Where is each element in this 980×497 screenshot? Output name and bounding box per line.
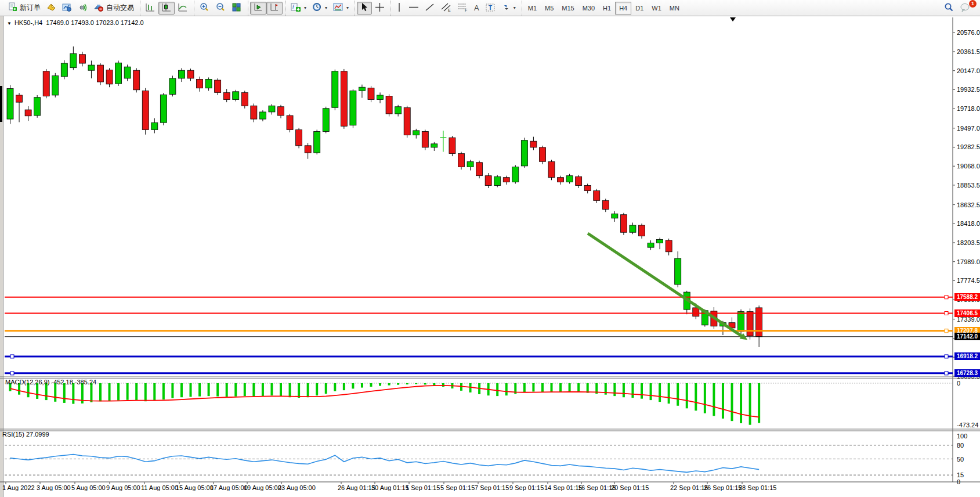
macd-histogram-bar	[406, 383, 408, 384]
candle-body	[115, 63, 122, 84]
tile-windows-button[interactable]	[229, 2, 245, 15]
tf-m15[interactable]: M15	[558, 2, 578, 15]
tf-h4[interactable]: H4	[615, 2, 631, 15]
zoom-out-icon	[215, 2, 226, 14]
candle-chart-button[interactable]	[158, 2, 175, 15]
equidistant-channel-icon: E	[440, 2, 451, 14]
text-tool-button[interactable]: A	[471, 2, 482, 15]
market-watch-button[interactable]	[44, 2, 59, 15]
chart-window: ▼HK50-,H4 17469.0 17493.0 17023.0 17142.…	[0, 16, 980, 497]
price-tick-label: 19282.5	[957, 143, 980, 150]
insert-group: f ▾ ▾ ▾	[285, 1, 353, 16]
auto-scroll-button[interactable]	[250, 2, 266, 15]
candle-body	[404, 107, 410, 135]
chart-shift-button[interactable]	[266, 2, 283, 15]
macd-histogram-bar	[316, 383, 318, 395]
chart-title: ▼HK50-,H4 17469.0 17493.0 17023.0 17142.…	[7, 19, 144, 26]
line-handle[interactable]	[945, 372, 948, 375]
periods-button[interactable]: ▾	[309, 2, 330, 15]
main-toolbar: 新订单 自动交易	[0, 0, 980, 16]
chart-shift-marker[interactable]	[730, 17, 736, 21]
indicators-icon: f	[291, 2, 301, 13]
line-handle[interactable]	[945, 311, 948, 315]
candle-body	[413, 131, 420, 135]
tf-m5[interactable]: M5	[541, 2, 558, 15]
line-handle[interactable]	[945, 296, 948, 299]
line-handle[interactable]	[945, 355, 948, 358]
macd-histogram-bar	[198, 383, 201, 397]
cursor-arrow-icon	[360, 2, 369, 14]
zoom-out-button[interactable]	[212, 2, 229, 15]
macd-histogram-bar	[109, 383, 111, 401]
tf-m30[interactable]: M30	[578, 2, 599, 15]
macd-histogram-bar	[740, 383, 742, 423]
cursor-button[interactable]	[357, 2, 372, 15]
templates-button[interactable]: ▾	[330, 2, 352, 15]
time-tick-label: 14 Sep 01:15	[544, 484, 582, 491]
indicators-button[interactable]: f ▾	[288, 2, 309, 15]
line-handle[interactable]	[945, 329, 948, 333]
macd-histogram-bar	[370, 383, 373, 387]
collapse-triangle-icon[interactable]: ▼	[7, 21, 12, 26]
text-label-tool-button[interactable]: T	[482, 2, 498, 15]
notifications-button[interactable]: 1	[957, 2, 973, 15]
candle-body	[16, 95, 23, 102]
candle-body	[494, 177, 501, 185]
time-tick-label: 23 Aug 05:00	[278, 484, 316, 491]
fibonacci-icon: F	[457, 2, 468, 14]
candle-body	[233, 92, 239, 100]
line-chart-button[interactable]	[175, 2, 191, 15]
tf-w1[interactable]: W1	[648, 2, 666, 15]
candle-body	[458, 154, 465, 167]
candle-body	[395, 107, 402, 114]
rsi-indicator-label: RSI(15) 27.0999	[2, 431, 49, 438]
macd-histogram-bar	[226, 383, 228, 397]
trendline-tool-button[interactable]	[422, 2, 437, 15]
price-tick-label: 18203.5	[957, 239, 980, 246]
macd-histogram-bar	[631, 383, 634, 398]
candle-body	[386, 96, 392, 113]
line-handle[interactable]	[10, 355, 14, 358]
macd-histogram-bar	[90, 383, 92, 402]
autotrade-button[interactable]: 自动交易	[91, 2, 137, 15]
trend-arrow[interactable]	[588, 233, 743, 337]
macd-histogram-bar	[659, 383, 661, 402]
macd-histogram-bar	[270, 383, 273, 395]
tf-h1[interactable]: H1	[599, 2, 615, 15]
line-handle[interactable]	[10, 372, 14, 375]
candle-body	[332, 71, 338, 108]
candle-body	[133, 70, 140, 90]
fibonacci-tool-button[interactable]: F	[454, 2, 471, 15]
time-tick-label: 11 Aug 05:00	[141, 484, 178, 491]
publish-button[interactable]	[59, 2, 75, 15]
crosshair-button[interactable]	[372, 2, 388, 15]
macd-histogram-bar	[334, 383, 336, 391]
hline-tool-button[interactable]	[406, 2, 422, 15]
new-order-button[interactable]: 新订单	[5, 2, 44, 15]
bar-chart-button[interactable]	[142, 2, 158, 15]
gold-icon	[46, 3, 56, 13]
zoom-in-button[interactable]	[196, 2, 212, 15]
indicators-dropdown-arrow: ▾	[304, 5, 306, 10]
candle-body	[278, 107, 284, 116]
candle-body	[548, 161, 555, 177]
tf-m1[interactable]: M1	[524, 2, 541, 15]
channel-tool-button[interactable]: E	[437, 2, 454, 15]
search-button[interactable]	[941, 2, 957, 15]
sound-button[interactable]	[75, 2, 91, 15]
crosshair-icon	[375, 2, 385, 14]
macd-histogram-bar	[162, 383, 165, 399]
tf-d1[interactable]: D1	[631, 2, 648, 15]
macd-histogram-bar	[262, 383, 264, 396]
price-label-16918.2: 16918.2	[954, 352, 980, 360]
arrows-icon	[501, 2, 511, 13]
macd-histogram-bar	[379, 383, 381, 386]
vline-tool-button[interactable]	[393, 2, 406, 15]
macd-histogram-bar	[532, 383, 534, 392]
tf-mn[interactable]: MN	[666, 2, 684, 15]
macd-histogram-bar	[677, 383, 679, 406]
arrows-tool-button[interactable]: ▾	[498, 2, 519, 15]
macd-indicator-label: MACD(12,26,9) -452.18 -385.24	[5, 379, 96, 386]
price-chart-canvas[interactable]: 20576.020361.520147.019932.519718.019497…	[0, 16, 980, 497]
cursor-group	[355, 1, 389, 16]
